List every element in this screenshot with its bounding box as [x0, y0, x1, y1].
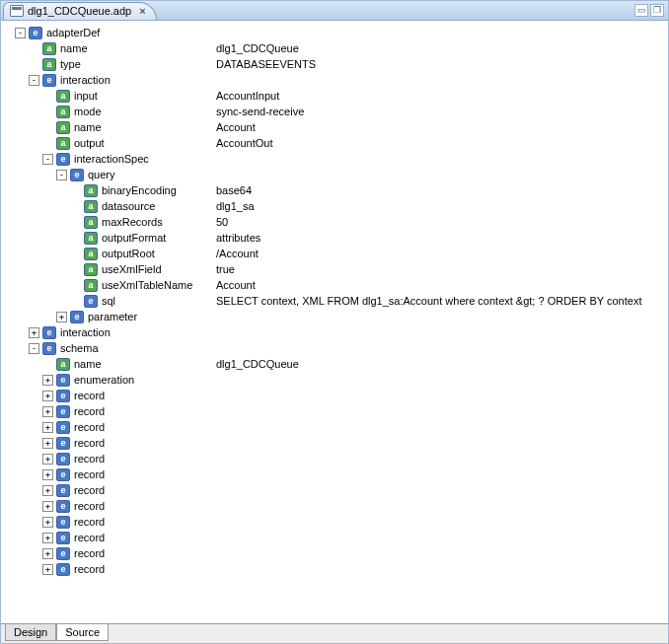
expand-icon[interactable]: +: [42, 501, 53, 512]
tree-row[interactable]: +erecord: [1, 419, 668, 435]
expand-icon[interactable]: +: [42, 485, 53, 496]
tree-row[interactable]: amaxRecords50: [1, 214, 668, 230]
collapse-icon[interactable]: -: [15, 28, 26, 38]
tree-row[interactable]: atypeDATABASEEVENTS: [1, 56, 668, 72]
node-label: sql: [102, 295, 208, 307]
tree-row[interactable]: +eenumeration: [1, 372, 668, 388]
element-icon: e: [56, 468, 70, 481]
expand-icon[interactable]: +: [42, 391, 53, 401]
element-icon: e: [84, 295, 98, 308]
tree-row[interactable]: abinaryEncodingbase64: [1, 182, 668, 198]
node-value: Account: [216, 121, 256, 133]
collapse-icon[interactable]: -: [29, 75, 39, 86]
expand-icon[interactable]: +: [42, 406, 53, 417]
tree-row[interactable]: +erecord: [1, 545, 668, 561]
tab-title: dlg1_CDCQueue.adp: [28, 5, 131, 17]
expand-icon[interactable]: +: [42, 548, 53, 559]
expand-icon[interactable]: +: [42, 469, 53, 480]
attribute-icon: a: [42, 42, 56, 55]
expand-icon[interactable]: +: [42, 517, 53, 528]
attribute-icon: a: [84, 279, 98, 292]
tree-row[interactable]: auseXmlFieldtrue: [1, 261, 668, 277]
tree-row[interactable]: amodesync-send-receive: [1, 104, 668, 119]
node-label: record: [74, 405, 105, 417]
expand-icon[interactable]: +: [42, 375, 53, 386]
tree-row[interactable]: +erecord: [1, 451, 668, 466]
tree-row[interactable]: -einteractionSpec: [1, 151, 668, 167]
editor-tab[interactable]: dlg1_CDCQueue.adp ×: [3, 2, 157, 20]
attribute-icon: a: [84, 248, 98, 260]
node-label: input: [74, 90, 208, 102]
element-icon: e: [70, 311, 84, 323]
node-value: attributes: [216, 232, 260, 244]
tree-row[interactable]: +einteraction: [1, 324, 668, 340]
element-icon: e: [56, 374, 70, 387]
tree-row[interactable]: +erecord: [1, 482, 668, 498]
tree-view[interactable]: -eadapterDefanamedlg1_CDCQueueatypeDATAB…: [1, 21, 668, 623]
tree-row[interactable]: aoutputFormatattributes: [1, 230, 668, 246]
tree-row[interactable]: -eadapterDef: [1, 25, 668, 40]
node-label: record: [74, 390, 105, 401]
element-icon: e: [56, 563, 70, 576]
expand-icon[interactable]: +: [42, 564, 53, 575]
tree-row[interactable]: +erecord: [1, 530, 668, 545]
tree-row[interactable]: anameAccount: [1, 119, 668, 135]
tree-row[interactable]: +erecord: [1, 514, 668, 530]
collapse-icon[interactable]: -: [29, 343, 39, 354]
close-icon[interactable]: ×: [139, 6, 145, 17]
tree-row[interactable]: aoutputAccountOut: [1, 135, 668, 151]
tree-row[interactable]: auseXmlTableNameAccount: [1, 277, 668, 293]
node-value: Account: [216, 279, 256, 291]
expand-icon[interactable]: +: [29, 327, 39, 338]
tree-row[interactable]: anamedlg1_CDCQueue: [1, 356, 668, 372]
element-icon: e: [56, 153, 70, 166]
window-controls: ▭ ❐: [634, 4, 664, 17]
minimize-button[interactable]: ▭: [634, 4, 648, 17]
node-value: AccountOut: [216, 137, 272, 149]
attribute-icon: a: [56, 121, 70, 134]
tree-row[interactable]: esqlSELECT context, XML FROM dlg1_sa:Acc…: [1, 293, 668, 309]
node-label: record: [74, 468, 105, 480]
tree-row[interactable]: ainputAccountInput: [1, 88, 668, 104]
node-label: type: [60, 58, 208, 70]
tree-row[interactable]: +erecord: [1, 403, 668, 419]
element-icon: e: [56, 484, 70, 497]
tree-row[interactable]: +erecord: [1, 388, 668, 403]
node-label: record: [74, 547, 105, 559]
node-label: query: [88, 169, 115, 180]
element-icon: e: [56, 532, 70, 544]
tree-row[interactable]: +erecord: [1, 435, 668, 451]
node-label: record: [74, 421, 105, 433]
design-tab[interactable]: Design: [5, 624, 56, 641]
tree-row[interactable]: +eparameter: [1, 309, 668, 324]
collapse-icon[interactable]: -: [42, 154, 53, 165]
tree-row[interactable]: +erecord: [1, 498, 668, 514]
tree-row[interactable]: aoutputRoot/Account: [1, 246, 668, 261]
maximize-button[interactable]: ❐: [650, 4, 664, 17]
expand-icon[interactable]: +: [42, 533, 53, 543]
tree-row[interactable]: -einteraction: [1, 72, 668, 88]
tree-row[interactable]: -eschema: [1, 340, 668, 356]
tree-row[interactable]: +erecord: [1, 466, 668, 482]
node-value: dlg1_CDCQueue: [216, 358, 299, 370]
attribute-icon: a: [56, 90, 70, 103]
node-label: outputRoot: [102, 248, 208, 259]
element-icon: e: [56, 421, 70, 434]
node-label: mode: [74, 106, 208, 117]
source-tab[interactable]: Source: [56, 624, 109, 641]
element-icon: e: [56, 437, 70, 450]
node-label: record: [74, 563, 105, 575]
expand-icon[interactable]: +: [42, 454, 53, 465]
element-icon: e: [56, 547, 70, 560]
expand-icon[interactable]: +: [42, 438, 53, 449]
tree-row[interactable]: -equery: [1, 167, 668, 182]
tree-row[interactable]: anamedlg1_CDCQueue: [1, 40, 668, 56]
tree-row[interactable]: adatasourcedlg1_sa: [1, 198, 668, 214]
node-value: true: [216, 263, 235, 275]
node-label: maxRecords: [102, 216, 208, 228]
expand-icon[interactable]: +: [56, 312, 67, 322]
expand-icon[interactable]: +: [42, 422, 53, 433]
element-icon: e: [56, 390, 70, 402]
collapse-icon[interactable]: -: [56, 170, 67, 180]
tree-row[interactable]: +erecord: [1, 561, 668, 577]
